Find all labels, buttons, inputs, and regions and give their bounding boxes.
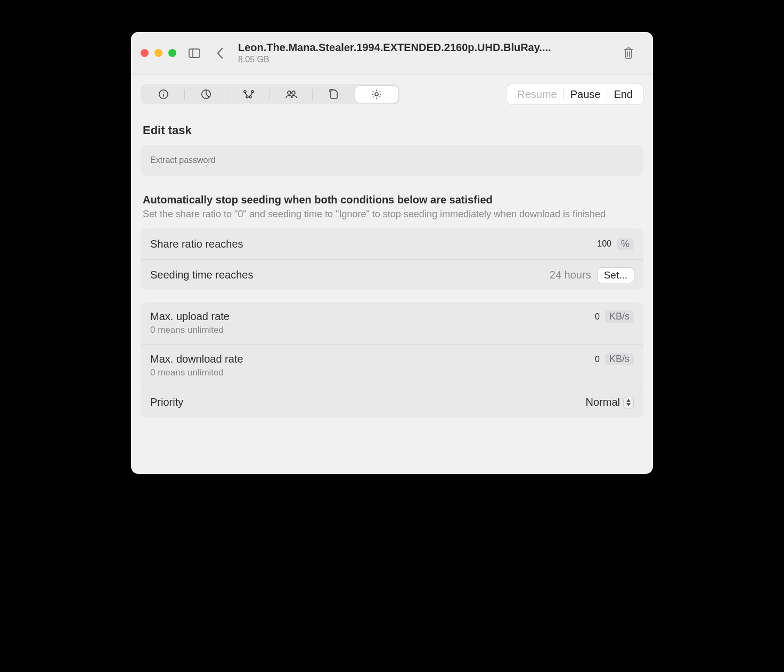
- max-upload-row: Max. upload rate KB/s 0 means unlimited: [141, 302, 643, 344]
- action-segment: Resume Pause End: [507, 84, 643, 104]
- share-ratio-label: Share ratio reaches: [150, 238, 243, 250]
- priority-stepper[interactable]: [623, 397, 634, 408]
- tab-peers[interactable]: [270, 86, 313, 103]
- rates-card: Max. upload rate KB/s 0 means unlimited …: [141, 302, 643, 417]
- svg-marker-15: [626, 399, 631, 402]
- pause-button[interactable]: Pause: [564, 87, 607, 102]
- close-window-button[interactable]: [141, 49, 149, 57]
- title-block: Leon.The.Mana.Stealer.1994.EXTENDED.2160…: [238, 42, 614, 64]
- max-upload-hint: 0 means unlimited: [150, 325, 224, 335]
- back-button[interactable]: [213, 46, 227, 61]
- tab-tracker[interactable]: [227, 86, 270, 103]
- svg-marker-16: [626, 403, 631, 406]
- kbs-unit: KB/s: [605, 310, 634, 323]
- tab-bar: [141, 84, 399, 104]
- seeding-heading: Automatically stop seeding when both con…: [143, 194, 641, 206]
- svg-rect-0: [189, 49, 200, 58]
- tab-settings[interactable]: [355, 86, 398, 103]
- svg-point-13: [292, 91, 295, 94]
- max-download-row: Max. download rate KB/s 0 means unlimite…: [141, 344, 643, 387]
- window-subtitle: 8.05 GB: [238, 55, 614, 64]
- max-upload-label: Max. upload rate: [150, 310, 230, 323]
- window-title: Leon.The.Mana.Stealer.1994.EXTENDED.2160…: [238, 42, 614, 54]
- traffic-lights: [141, 49, 176, 57]
- svg-point-12: [288, 91, 291, 94]
- seeding-time-value: 24 hours: [550, 269, 591, 281]
- tab-stats[interactable]: [185, 86, 227, 103]
- seeding-section-head: Automatically stop seeding when both con…: [143, 194, 641, 221]
- seeding-subtext: Set the share ratio to "0" and seeding t…: [143, 208, 611, 221]
- titlebar: Leon.The.Mana.Stealer.1994.EXTENDED.2160…: [131, 32, 653, 75]
- tab-info[interactable]: [142, 86, 185, 103]
- svg-point-10: [246, 96, 248, 98]
- seeding-card: Share ratio reaches % Seeding time reach…: [141, 228, 643, 290]
- share-ratio-input[interactable]: [505, 239, 611, 249]
- percent-unit: %: [617, 238, 634, 250]
- seeding-time-label: Seeding time reaches: [150, 269, 253, 281]
- sidebar-toggle-icon[interactable]: [187, 46, 202, 61]
- kbs-unit: KB/s: [605, 353, 634, 365]
- zoom-window-button[interactable]: [168, 49, 176, 57]
- priority-row: Priority Normal: [141, 387, 643, 417]
- max-download-hint: 0 means unlimited: [150, 367, 224, 378]
- resume-button[interactable]: Resume: [511, 87, 563, 102]
- extract-password-input[interactable]: [150, 155, 634, 165]
- max-download-input[interactable]: [493, 355, 600, 364]
- tab-files[interactable]: [313, 86, 355, 103]
- share-ratio-row: Share ratio reaches %: [141, 228, 643, 259]
- svg-point-5: [163, 92, 164, 92]
- extract-password-row[interactable]: [141, 145, 643, 176]
- content: Edit task Automatically stop seeding whe…: [131, 119, 653, 474]
- svg-point-9: [251, 91, 254, 93]
- priority-value: Normal: [586, 396, 620, 408]
- svg-point-8: [244, 91, 246, 93]
- max-download-label: Max. download rate: [150, 353, 243, 365]
- delete-button[interactable]: [621, 46, 636, 61]
- app-window: Leon.The.Mana.Stealer.1994.EXTENDED.2160…: [131, 32, 653, 474]
- edit-task-heading: Edit task: [143, 124, 641, 137]
- minimize-window-button[interactable]: [154, 49, 162, 57]
- seeding-time-row: Seeding time reaches 24 hours Set...: [141, 259, 643, 290]
- extract-password-card: [141, 145, 643, 176]
- svg-point-14: [375, 93, 378, 96]
- end-button[interactable]: End: [607, 87, 639, 102]
- toolbar: Resume Pause End: [131, 75, 653, 119]
- priority-label: Priority: [150, 396, 183, 408]
- svg-point-11: [249, 96, 251, 98]
- max-upload-input[interactable]: [493, 312, 600, 322]
- seeding-time-set-button[interactable]: Set...: [598, 268, 634, 283]
